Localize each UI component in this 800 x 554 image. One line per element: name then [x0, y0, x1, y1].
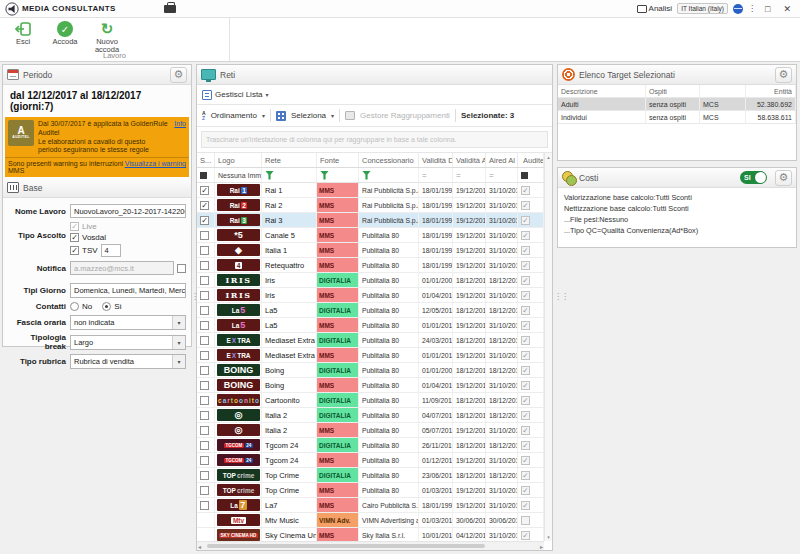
contatti-no-radio[interactable]: [70, 302, 79, 311]
col-validita-dal[interactable]: Validità Dal: [419, 153, 453, 167]
auditel-checkbox[interactable]: ✓: [521, 411, 530, 420]
language-selector[interactable]: IT Italian (Italy): [677, 3, 728, 14]
ordinamento-button[interactable]: Ordinamento: [211, 111, 257, 120]
horizontal-scrollbar[interactable]: ◂ ▸: [197, 541, 544, 550]
row-select-checkbox[interactable]: [200, 456, 209, 465]
row-select-checkbox[interactable]: [200, 336, 209, 345]
info-link[interactable]: Info: [174, 120, 186, 155]
auditel-checkbox[interactable]: ✓: [521, 261, 530, 270]
auditel-checkbox[interactable]: ✓: [521, 276, 530, 285]
filter-rete[interactable]: [262, 168, 317, 182]
scroll-right-icon[interactable]: ▸: [540, 543, 544, 550]
nuovo-accoda-button[interactable]: ↻ Nuovo accoda: [88, 20, 126, 55]
periodo-settings-button[interactable]: ⚙: [170, 67, 187, 83]
auditel-checkbox[interactable]: ✓: [521, 201, 530, 210]
channel-row[interactable]: BOING Boing MMS Publitalia 80 01/04/2010…: [197, 378, 544, 393]
maximize-button[interactable]: □: [761, 4, 774, 14]
row-select-checkbox[interactable]: [200, 276, 209, 285]
scrollbar-thumb[interactable]: [207, 544, 485, 548]
exit-button[interactable]: Esci: [4, 20, 42, 55]
tipi-giorno-select[interactable]: Domenica, Lunedì, Martedì, Mercoled...▾: [70, 283, 186, 298]
target-col-descrizione[interactable]: Descrizione: [558, 85, 646, 97]
row-select-checkbox[interactable]: [200, 321, 209, 330]
visualizza-warning-link[interactable]: Visualizza i warning: [125, 160, 186, 174]
scroll-up-icon[interactable]: ▴: [547, 154, 550, 160]
channel-row[interactable]: EXTRA Mediaset Extra DIGITALIA Publitali…: [197, 333, 544, 348]
target-col-entita[interactable]: Entità: [746, 85, 796, 97]
row-select-checkbox[interactable]: [200, 246, 209, 255]
scroll-down-icon[interactable]: ▾: [547, 534, 550, 540]
seleziona-button[interactable]: Seleziona: [291, 111, 326, 120]
channel-row[interactable]: ✓ Rai2 Rai 2 MMS Rai Pubblicità S.p.A. 1…: [197, 198, 544, 213]
row-select-checkbox[interactable]: ✓: [200, 186, 209, 195]
gestore-raggruppamenti-button[interactable]: Gestore Raggruppamenti: [360, 111, 450, 120]
auditel-checkbox[interactable]: [521, 516, 530, 525]
right-splitter-handle[interactable]: ⋮⋮: [554, 292, 568, 301]
gestisci-lista-button[interactable]: Gestisci Lista: [215, 90, 263, 99]
nome-lavoro-input[interactable]: NuovoLavoro_20-12-2017-142200: [70, 204, 186, 218]
target-col-fonte[interactable]: [700, 85, 746, 97]
auditel-checkbox[interactable]: ✓: [521, 321, 530, 330]
auditel-checkbox[interactable]: ✓: [521, 426, 530, 435]
col-aired-al[interactable]: Aired Al: [486, 153, 518, 167]
auditel-checkbox[interactable]: ✓: [521, 366, 530, 375]
channel-row[interactable]: BOING Boing DIGITALIA Publitalia 80 01/0…: [197, 363, 544, 378]
filter-concessionario[interactable]: [359, 168, 419, 182]
channel-row[interactable]: ◎ Italia 2 MMS Publitalia 80 05/07/2011 …: [197, 423, 544, 438]
row-select-checkbox[interactable]: [200, 261, 209, 270]
row-select-checkbox[interactable]: [200, 396, 209, 405]
row-select-checkbox[interactable]: [200, 351, 209, 360]
auditel-checkbox[interactable]: ✓: [521, 216, 530, 225]
live-checkbox[interactable]: ✓: [70, 222, 79, 231]
kebab-menu-icon[interactable]: ⋮: [748, 4, 756, 13]
channel-row[interactable]: La5 La5 DIGITALIA Publitalia 80 12/05/20…: [197, 303, 544, 318]
contatti-si-radio[interactable]: [102, 302, 111, 311]
row-select-checkbox[interactable]: [200, 306, 209, 315]
costi-settings-button[interactable]: ⚙: [775, 170, 792, 186]
filter-auditel[interactable]: [518, 168, 544, 182]
row-select-checkbox[interactable]: [200, 471, 209, 480]
row-select-checkbox[interactable]: [200, 501, 209, 510]
briefcase-icon[interactable]: [164, 5, 176, 13]
filter-select[interactable]: [197, 168, 215, 182]
channel-row[interactable]: IRIS Iris DIGITALIA Publitalia 80 01/01/…: [197, 273, 544, 288]
auditel-checkbox[interactable]: ✓: [521, 396, 530, 405]
col-rete[interactable]: Rete: [262, 153, 317, 167]
close-button[interactable]: ✕: [779, 4, 795, 14]
tsv-value-input[interactable]: 4: [101, 244, 121, 257]
filter-logo[interactable]: Nessuna Immagine: [215, 168, 262, 182]
row-select-checkbox[interactable]: [200, 381, 209, 390]
col-validita-al[interactable]: Validità Al: [453, 153, 486, 167]
channel-row[interactable]: *5 Canale 5 MMS Publitalia 80 18/01/1998…: [197, 228, 544, 243]
auditel-checkbox[interactable]: ✓: [521, 186, 530, 195]
channel-row[interactable]: 4 Retequattro MMS Publitalia 80 18/01/19…: [197, 258, 544, 273]
auditel-checkbox[interactable]: ✓: [521, 306, 530, 315]
group-by-bar[interactable]: Trascinare un'intestazione di colonna qu…: [201, 131, 548, 148]
channel-row[interactable]: TOPcrime Top Crime DIGITALIA Publitalia …: [197, 468, 544, 483]
channel-row[interactable]: EXTRA Mediaset Extra MMS Publitalia 80 0…: [197, 348, 544, 363]
filter-aired-al[interactable]: =: [486, 168, 518, 182]
target-row[interactable]: Individuisenza ospitiMCS58.638.611: [558, 111, 796, 124]
channel-row[interactable]: Mtv Mtv Music VIMN Adv. VIMN Advertising…: [197, 513, 544, 528]
auditel-checkbox[interactable]: ✓: [521, 501, 530, 510]
row-select-checkbox[interactable]: [200, 426, 209, 435]
notifica-checkbox[interactable]: [177, 264, 186, 273]
fascia-oraria-select[interactable]: non indicata▾: [70, 315, 186, 330]
costi-toggle[interactable]: SI: [740, 171, 767, 184]
row-select-checkbox[interactable]: ✓: [200, 201, 209, 210]
auditel-checkbox[interactable]: ✓: [521, 471, 530, 480]
globe-icon[interactable]: [733, 4, 743, 14]
channel-row[interactable]: TOPcrime Top Crime MMS Publitalia 80 01/…: [197, 483, 544, 498]
col-fonte[interactable]: Fonte: [317, 153, 359, 167]
col-auditel[interactable]: Auditel: [518, 153, 544, 167]
analisi-tab[interactable]: Analisi: [637, 4, 673, 13]
row-select-checkbox[interactable]: [200, 411, 209, 420]
vosdal-checkbox[interactable]: ✓: [70, 233, 79, 242]
channel-row[interactable]: TGCOM24 Tgcom 24 MMS Publitalia 80 01/12…: [197, 453, 544, 468]
filter-fonte[interactable]: [317, 168, 359, 182]
target-row[interactable]: Adultisenza ospitiMCS52.380.692: [558, 98, 796, 111]
target-col-ospiti[interactable]: Ospiti: [646, 85, 700, 97]
channel-row[interactable]: La7 La7 MMS Cairo Pubblicità S.p.A. 18/0…: [197, 498, 544, 513]
col-logo[interactable]: Logo: [215, 153, 262, 167]
notifica-input[interactable]: a.mazzeo@mcs.it: [70, 261, 174, 275]
